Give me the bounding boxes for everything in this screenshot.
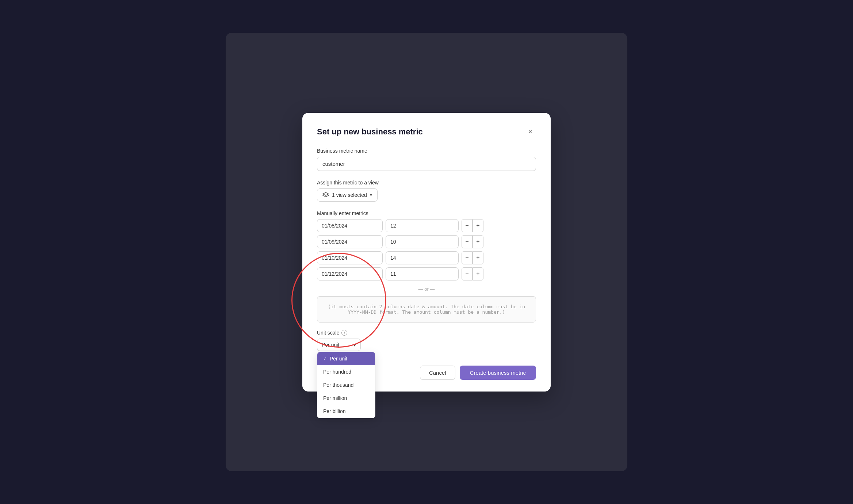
- dropdown-item-label: Per thousand: [323, 382, 353, 388]
- stepper-1: − +: [462, 219, 483, 232]
- unit-scale-section: Unit scale i Per unit ▾ ✓ Per unit Per h…: [317, 330, 536, 351]
- stepper-4: − +: [462, 267, 483, 280]
- modal-dialog: Set up new business metric × Business me…: [302, 113, 551, 392]
- dropdown-item-per-unit[interactable]: ✓ Per unit: [317, 352, 375, 365]
- decrement-button-2[interactable]: −: [462, 235, 473, 248]
- metric-row: − +: [317, 251, 536, 264]
- dropdown-item-label: Per million: [323, 395, 347, 401]
- modal-header: Set up new business metric ×: [317, 126, 536, 138]
- dropdown-item-per-billion[interactable]: Per billion: [317, 405, 375, 418]
- checkmark-icon: ✓: [323, 356, 327, 361]
- metric-name-field-group: Business metric name: [317, 148, 536, 171]
- metric-name-input[interactable]: [317, 157, 536, 171]
- cancel-button[interactable]: Cancel: [420, 366, 455, 380]
- page-background: Set up new business metric × Business me…: [226, 33, 627, 471]
- increment-button-4[interactable]: +: [473, 267, 483, 280]
- info-icon: i: [341, 330, 347, 336]
- value-input-1[interactable]: [386, 219, 459, 232]
- chevron-down-icon: ▾: [370, 192, 372, 198]
- or-divider: — or —: [317, 286, 536, 292]
- unit-scale-label-group: Unit scale i: [317, 330, 536, 336]
- unit-scale-dropdown-trigger[interactable]: Per unit ▾: [317, 339, 361, 351]
- metric-row: − +: [317, 235, 536, 248]
- close-icon: ×: [528, 127, 532, 136]
- increment-button-3[interactable]: +: [473, 251, 483, 264]
- metric-row: − +: [317, 267, 536, 280]
- metric-row: − +: [317, 219, 536, 232]
- dropdown-item-per-million[interactable]: Per million: [317, 392, 375, 405]
- layers-icon: [322, 192, 329, 198]
- stepper-3: − +: [462, 251, 483, 264]
- value-input-2[interactable]: [386, 235, 459, 248]
- assign-view-label: Assign this metric to a view: [317, 180, 536, 186]
- modal-title: Set up new business metric: [317, 127, 423, 137]
- manually-enter-label: Manually enter metrics: [317, 210, 536, 216]
- unit-scale-chevron-icon: ▾: [353, 342, 356, 348]
- date-input-2[interactable]: [317, 235, 383, 248]
- dropdown-item-label: Per hundred: [323, 369, 351, 375]
- assign-view-field-group: Assign this metric to a view 1 view sele…: [317, 180, 536, 202]
- dropdown-item-label: Per billion: [323, 408, 345, 414]
- manually-enter-section: Manually enter metrics − + − +: [317, 210, 536, 280]
- date-input-1[interactable]: [317, 219, 383, 232]
- stepper-2: − +: [462, 235, 483, 248]
- close-button[interactable]: ×: [524, 126, 536, 138]
- create-business-metric-button[interactable]: Create business metric: [460, 366, 536, 380]
- view-selector-button[interactable]: 1 view selected ▾: [317, 188, 378, 202]
- date-input-4[interactable]: [317, 267, 383, 280]
- unit-scale-label-text: Unit scale: [317, 330, 339, 336]
- dropdown-item-per-hundred[interactable]: Per hundred: [317, 365, 375, 378]
- dropdown-item-per-thousand[interactable]: Per thousand: [317, 378, 375, 392]
- unit-scale-dropdown-menu: ✓ Per unit Per hundred Per thousand Per …: [317, 352, 375, 418]
- date-input-3[interactable]: [317, 251, 383, 264]
- dropdown-item-label: Per unit: [330, 356, 347, 362]
- metric-name-label: Business metric name: [317, 148, 536, 154]
- paste-csv-area[interactable]: (it musts contain 2 columns date & amoun…: [317, 296, 536, 322]
- unit-scale-selected-text: Per unit: [322, 342, 339, 348]
- value-input-4[interactable]: [386, 267, 459, 280]
- view-selector-text: 1 view selected: [332, 192, 367, 198]
- decrement-button-4[interactable]: −: [462, 267, 473, 280]
- decrement-button-3[interactable]: −: [462, 251, 473, 264]
- increment-button-1[interactable]: +: [473, 219, 483, 232]
- value-input-3[interactable]: [386, 251, 459, 264]
- decrement-button-1[interactable]: −: [462, 219, 473, 232]
- increment-button-2[interactable]: +: [473, 235, 483, 248]
